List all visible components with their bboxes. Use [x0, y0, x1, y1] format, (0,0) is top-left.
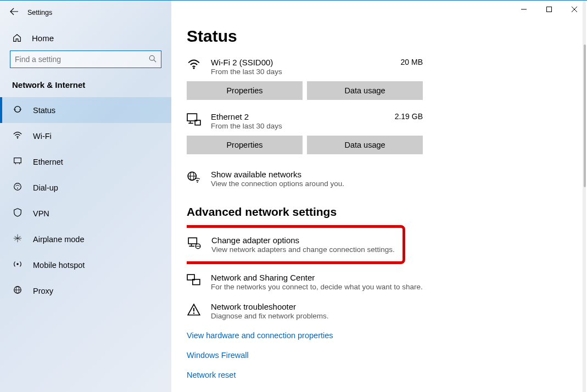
svg-point-0: [149, 55, 154, 60]
home-icon: [12, 33, 22, 43]
ethernet-icon: [12, 156, 23, 167]
link-title: Show available networks: [211, 170, 344, 179]
svg-rect-6: [14, 158, 21, 163]
network-name: Ethernet 2: [211, 112, 423, 121]
home-button[interactable]: Home: [0, 27, 171, 51]
highlight-box: Change adapter options View network adap…: [187, 225, 405, 264]
svg-point-5: [17, 137, 18, 138]
link-sub: View the connection options around you.: [211, 180, 344, 188]
svg-point-36: [193, 312, 195, 314]
minimize-button[interactable]: [511, 1, 536, 18]
search-icon: [149, 55, 156, 64]
svg-point-19: [193, 67, 194, 69]
sidebar-item-ethernet[interactable]: Ethernet: [0, 149, 171, 175]
link-title: Change adapter options: [211, 236, 395, 245]
globe-wifi-icon: [187, 170, 202, 186]
network-sub: From the last 30 days: [211, 122, 423, 130]
network-troubleshooter[interactable]: Network troubleshooter Diagnose and fix …: [187, 296, 516, 326]
properties-button[interactable]: Properties: [187, 136, 303, 154]
home-label: Home: [32, 33, 54, 43]
sidebar-item-label: Mobile hotspot: [33, 261, 85, 270]
svg-rect-20: [187, 114, 197, 121]
nav: Status Wi-Fi Ethernet Dial-up VPN Airpla…: [0, 97, 171, 304]
link-title: Network and Sharing Center: [211, 273, 423, 282]
svg-point-27: [197, 182, 198, 183]
page-title: Status: [187, 27, 572, 46]
svg-rect-16: [547, 7, 552, 12]
sidebar: Settings Home Network & Internet Status …: [0, 1, 171, 392]
maximize-button[interactable]: [536, 1, 562, 18]
svg-line-1: [154, 60, 156, 62]
svg-point-11: [16, 263, 19, 265]
wifi-icon: [12, 130, 23, 142]
sidebar-item-label: VPN: [33, 209, 49, 218]
sidebar-item-label: Wi-Fi: [33, 132, 52, 141]
network-item-wifi2: Wi-Fi 2 (SSID00) From the last 30 days 2…: [187, 55, 423, 81]
status-icon: [12, 104, 23, 116]
network-item-ethernet2: Ethernet 2 From the last 30 days 2.19 GB: [187, 110, 423, 136]
back-arrow-icon: [10, 7, 19, 16]
data-usage-button[interactable]: Data usage: [307, 136, 423, 154]
network-usage: 2.19 GB: [395, 112, 423, 121]
adapter-icon: [187, 236, 203, 251]
properties-button[interactable]: Properties: [187, 81, 303, 100]
network-name: Wi-Fi 2 (SSID00): [211, 58, 423, 67]
svg-point-9: [14, 183, 21, 191]
data-usage-button[interactable]: Data usage: [307, 81, 423, 100]
ethernet-monitor-icon: [187, 112, 202, 128]
sidebar-item-label: Proxy: [33, 287, 53, 295]
warning-icon: [187, 302, 202, 318]
sharing-icon: [187, 273, 202, 289]
link-sub: View network adapters and change connect…: [211, 245, 395, 254]
link-title: Network troubleshooter: [211, 302, 329, 311]
category-heading: Network & Internet: [0, 80, 171, 97]
hotspot-icon: [12, 259, 23, 271]
svg-point-10: [17, 188, 18, 189]
network-sharing-center[interactable]: Network and Sharing Center For the netwo…: [187, 267, 516, 296]
sidebar-item-label: Dial-up: [33, 183, 58, 192]
search-input[interactable]: [15, 55, 149, 64]
sidebar-item-label: Status: [33, 106, 55, 115]
app-title: Settings: [27, 9, 52, 16]
advanced-heading: Advanced network settings: [187, 205, 572, 219]
network-usage: 20 MB: [401, 58, 423, 66]
network-reset-link[interactable]: Network reset: [187, 365, 572, 382]
sidebar-item-label: Ethernet: [33, 158, 63, 166]
sidebar-item-wifi[interactable]: Wi-Fi: [0, 123, 171, 149]
dialup-icon: [12, 182, 23, 193]
network-sub: From the last 30 days: [211, 68, 423, 76]
sidebar-item-label: Airplane mode: [33, 235, 85, 244]
link-sub: For the networks you connect to, decide …: [211, 283, 423, 291]
sidebar-item-vpn[interactable]: VPN: [0, 200, 171, 226]
search-box[interactable]: [10, 51, 161, 68]
sidebar-item-airplane[interactable]: Airplane mode: [0, 226, 171, 252]
sidebar-item-dialup[interactable]: Dial-up: [0, 175, 171, 200]
svg-rect-28: [188, 238, 197, 244]
sidebar-item-status[interactable]: Status: [0, 97, 171, 123]
link-sub: Diagnose and fix network problems.: [211, 312, 329, 320]
view-hardware-link[interactable]: View hardware and connection properties: [187, 326, 572, 345]
vpn-icon: [12, 208, 23, 219]
airplane-icon: [12, 233, 23, 245]
back-button[interactable]: [10, 7, 19, 18]
sidebar-item-proxy[interactable]: Proxy: [0, 278, 171, 304]
main-content: Status Wi-Fi 2 (SSID00) From the last 30…: [171, 1, 587, 392]
scrollbar-thumb[interactable]: [584, 44, 586, 187]
sidebar-item-hotspot[interactable]: Mobile hotspot: [0, 252, 171, 278]
proxy-icon: [12, 285, 23, 296]
wifi-icon: [187, 58, 202, 72]
window-controls: [511, 1, 587, 18]
windows-firewall-link[interactable]: Windows Firewall: [187, 345, 572, 365]
show-available-networks[interactable]: Show available networks View the connect…: [187, 164, 516, 193]
change-adapter-options[interactable]: Change adapter options View network adap…: [187, 233, 517, 256]
